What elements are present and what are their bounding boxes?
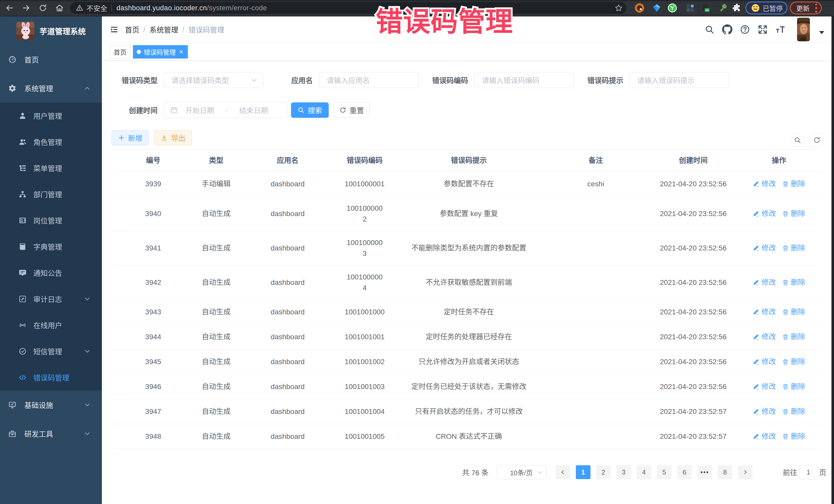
delete-button[interactable]: 删除 bbox=[782, 179, 805, 190]
sidebar-item-gear[interactable]: 系统管理 bbox=[0, 74, 102, 103]
create-time-range-picker[interactable]: 开始日期 - 结束日期 bbox=[164, 102, 287, 118]
extension-diamond-icon[interactable] bbox=[652, 3, 662, 13]
delete-button[interactable]: 删除 bbox=[782, 332, 805, 342]
page-number-button[interactable]: 4 bbox=[637, 465, 651, 479]
page-number-button-active[interactable]: 1 bbox=[576, 465, 591, 479]
end-date-placeholder[interactable]: 结束日期 bbox=[232, 105, 275, 115]
add-button[interactable]: 新增 bbox=[112, 130, 149, 145]
edit-button[interactable]: 修改 bbox=[753, 209, 776, 219]
extension-orange-icon[interactable] bbox=[635, 3, 644, 13]
breadcrumb-home[interactable]: 首页 bbox=[125, 24, 139, 35]
cell-id: 3947 bbox=[113, 406, 183, 417]
delete-button[interactable]: 删除 bbox=[782, 431, 805, 442]
address-bar[interactable]: 不安全 dashboard.yudao.iocoder.cn/system/er… bbox=[70, 2, 627, 14]
edit-button[interactable]: 修改 bbox=[753, 277, 776, 288]
font-size-icon[interactable] bbox=[775, 24, 786, 35]
page-number-button[interactable]: 8 bbox=[718, 465, 732, 479]
delete-button[interactable]: 删除 bbox=[782, 243, 805, 254]
browser-back-icon[interactable] bbox=[5, 4, 14, 12]
bookmark-star-icon[interactable] bbox=[614, 4, 623, 12]
header-search-icon[interactable] bbox=[704, 24, 715, 35]
start-date-placeholder[interactable]: 开始日期 bbox=[178, 105, 221, 115]
sidebar-item-infra[interactable]: 基础设施 bbox=[0, 391, 102, 419]
page-size-select[interactable]: 10条/页 bbox=[496, 465, 547, 479]
search-button[interactable]: 搜索 bbox=[291, 103, 329, 118]
breadcrumb-system[interactable]: 系统管理 bbox=[150, 24, 178, 35]
delete-button[interactable]: 删除 bbox=[782, 307, 805, 317]
page-number-button[interactable]: 5 bbox=[657, 465, 672, 479]
edit-button[interactable]: 修改 bbox=[753, 332, 776, 342]
browser-home-icon[interactable] bbox=[55, 4, 64, 12]
sidebar-toggle-icon[interactable] bbox=[110, 25, 118, 34]
reset-button[interactable]: 重置 bbox=[334, 103, 370, 118]
sidebar-item-tool[interactable]: 研发工具 bbox=[0, 419, 102, 448]
edit-button[interactable]: 修改 bbox=[753, 179, 776, 190]
fullscreen-icon[interactable] bbox=[758, 24, 768, 35]
app-logo[interactable]: 芋道管理系统 bbox=[0, 17, 102, 45]
table-row: 3944 自动生成 dashboard 1001001001 定时任务的处理器已… bbox=[113, 325, 821, 350]
prev-page-button[interactable] bbox=[555, 465, 570, 479]
menu-label: 角色管理 bbox=[34, 137, 62, 147]
sidebar-subitem-user[interactable]: 用户管理 bbox=[0, 103, 102, 129]
sidebar-subitem-log[interactable]: 审计日志 bbox=[0, 286, 102, 312]
github-icon[interactable] bbox=[722, 24, 732, 35]
security-label[interactable]: 不安全 bbox=[86, 3, 107, 13]
extension-green-icon[interactable] bbox=[667, 3, 677, 13]
extension-puzzle-icon[interactable] bbox=[732, 3, 742, 13]
avatar-caret-down-icon[interactable] bbox=[819, 30, 825, 35]
error-type-select[interactable]: 请选择错误码类型 bbox=[164, 72, 263, 88]
goto-page-input[interactable]: 1 bbox=[799, 465, 817, 479]
tag-home[interactable]: 首页 bbox=[110, 45, 130, 59]
show-search-toggle-button[interactable] bbox=[790, 133, 805, 147]
sidebar-subitem-peoples[interactable]: 角色管理 bbox=[0, 129, 102, 155]
error-hint-input[interactable]: 请输入错误码提示 bbox=[630, 72, 729, 88]
cell-id: 3940 bbox=[113, 209, 183, 219]
edit-button[interactable]: 修改 bbox=[753, 431, 776, 442]
page-scrollbar[interactable] bbox=[831, 17, 834, 504]
cell-time: 2021-04-20 23:52:56 bbox=[650, 277, 737, 288]
browser-reload-icon[interactable] bbox=[39, 4, 47, 12]
delete-button[interactable]: 删除 bbox=[782, 277, 805, 288]
edit-button[interactable]: 修改 bbox=[753, 356, 776, 367]
sidebar-subitem-sms[interactable]: 短信管理 bbox=[0, 338, 102, 365]
page-number-button[interactable]: 6 bbox=[677, 465, 692, 479]
breadcrumb-current: 错误码管理 bbox=[189, 24, 224, 35]
page-number-button[interactable]: 3 bbox=[616, 465, 631, 479]
edit-button[interactable]: 修改 bbox=[753, 381, 776, 392]
user-avatar[interactable] bbox=[797, 18, 810, 41]
tag-error-code[interactable]: 错误码管理 bbox=[133, 45, 188, 59]
sidebar-item-dashboard[interactable]: 首页 bbox=[0, 45, 102, 74]
tag-close-icon[interactable] bbox=[178, 49, 184, 54]
app-name-input[interactable]: 请输入应用名 bbox=[319, 72, 419, 88]
sidebar-subitem-online[interactable]: 在线用户 bbox=[0, 312, 102, 338]
sidebar-subitem-post[interactable]: 岗位管理 bbox=[0, 207, 102, 234]
sidebar-subitem-dict[interactable]: 字典管理 bbox=[0, 234, 102, 260]
more-pages-button[interactable]: ••• bbox=[698, 465, 712, 479]
delete-button[interactable]: 删除 bbox=[782, 381, 805, 392]
delete-icon bbox=[782, 211, 789, 217]
help-icon[interactable] bbox=[740, 24, 750, 35]
error-code-input[interactable]: 请输入错误码编码 bbox=[474, 72, 574, 88]
edit-button[interactable]: 修改 bbox=[753, 243, 776, 254]
edit-button[interactable]: 修改 bbox=[753, 307, 776, 317]
next-page-button[interactable] bbox=[738, 465, 753, 479]
extension-tabs-on-icon[interactable]: on bbox=[701, 3, 710, 13]
refresh-table-button[interactable] bbox=[810, 133, 824, 147]
sidebar-subitem-code[interactable]: 错误码管理 bbox=[0, 365, 102, 391]
export-button[interactable]: 导出 bbox=[154, 130, 192, 145]
edit-button[interactable]: 修改 bbox=[753, 406, 776, 417]
page-url[interactable]: dashboard.yudao.iocoder.cn/system/error-… bbox=[116, 4, 267, 12]
sidebar-subitem-tree[interactable]: 部门管理 bbox=[0, 181, 102, 207]
browser-update-button[interactable]: 更新 bbox=[790, 2, 822, 14]
browser-menu-dots-icon[interactable] bbox=[815, 4, 817, 13]
extension-key-icon[interactable] bbox=[719, 3, 728, 13]
sidebar-subitem-tree-table[interactable]: 菜单管理 bbox=[0, 155, 102, 181]
sidebar-subitem-message[interactable]: 通知公告 bbox=[0, 260, 102, 286]
delete-button[interactable]: 删除 bbox=[782, 356, 805, 367]
page-number-button[interactable]: 2 bbox=[596, 465, 611, 479]
delete-button[interactable]: 删除 bbox=[782, 209, 805, 219]
browser-forward-icon[interactable] bbox=[22, 4, 30, 12]
extension-paused-chip[interactable]: 已暂停 bbox=[745, 2, 788, 14]
delete-button[interactable]: 删除 bbox=[782, 406, 805, 417]
extension-squares-icon[interactable] bbox=[685, 3, 695, 13]
